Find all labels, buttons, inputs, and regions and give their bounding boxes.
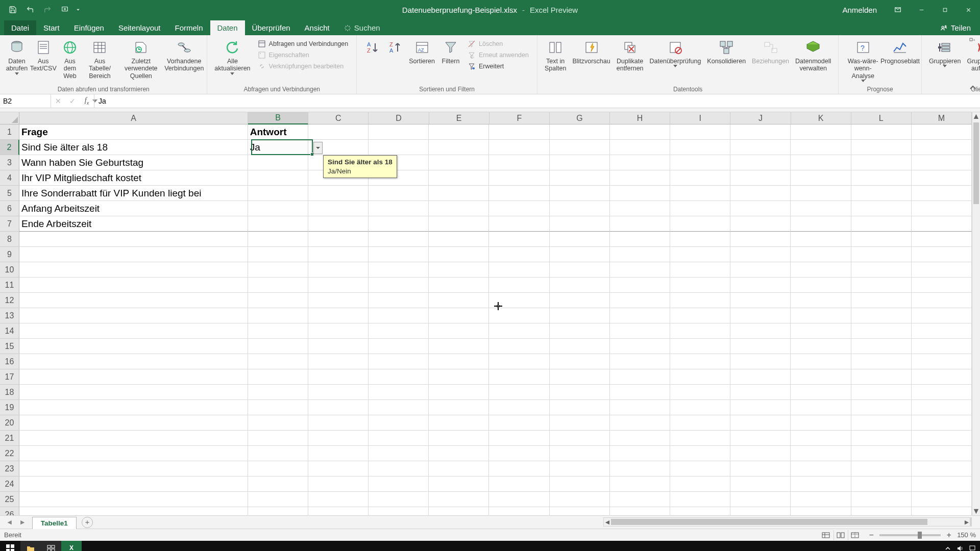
cell[interactable] bbox=[670, 186, 730, 201]
cell[interactable] bbox=[912, 323, 972, 339]
cell[interactable] bbox=[670, 293, 730, 308]
cell[interactable] bbox=[248, 170, 308, 186]
cell[interactable] bbox=[308, 369, 369, 385]
row-header[interactable]: 23 bbox=[0, 461, 19, 477]
tell-me-search[interactable]: Suchen bbox=[337, 20, 387, 35]
cell[interactable] bbox=[791, 385, 851, 400]
cell[interactable] bbox=[429, 339, 489, 354]
cell[interactable] bbox=[851, 262, 912, 278]
cell[interactable] bbox=[791, 415, 851, 431]
cell[interactable] bbox=[670, 339, 730, 354]
cell[interactable] bbox=[912, 201, 972, 216]
cell[interactable] bbox=[19, 400, 248, 415]
cell[interactable] bbox=[912, 247, 972, 262]
cell[interactable] bbox=[730, 186, 791, 201]
cell[interactable] bbox=[550, 385, 610, 400]
cell[interactable] bbox=[610, 431, 670, 446]
cell[interactable] bbox=[369, 140, 429, 155]
column-header[interactable]: E bbox=[429, 112, 489, 124]
cell[interactable] bbox=[369, 201, 429, 216]
column-header[interactable]: F bbox=[489, 112, 550, 124]
cell[interactable] bbox=[429, 124, 489, 140]
cell[interactable] bbox=[610, 278, 670, 293]
cell[interactable] bbox=[912, 155, 972, 170]
cell[interactable] bbox=[429, 170, 489, 186]
cell[interactable] bbox=[610, 232, 670, 247]
sort-za-button[interactable]: ZA bbox=[383, 37, 406, 59]
cell[interactable] bbox=[489, 323, 549, 339]
cell[interactable] bbox=[670, 155, 730, 170]
sort-button[interactable]: AZSortieren bbox=[406, 37, 438, 66]
cell[interactable] bbox=[912, 477, 972, 492]
cell[interactable] bbox=[791, 262, 851, 278]
row-header[interactable]: 4 bbox=[0, 170, 19, 186]
task-view-icon[interactable] bbox=[41, 541, 61, 551]
cell[interactable] bbox=[730, 461, 791, 477]
cell[interactable] bbox=[248, 323, 308, 339]
cell[interactable] bbox=[730, 415, 791, 431]
cell[interactable] bbox=[19, 461, 248, 477]
cell[interactable] bbox=[851, 354, 912, 369]
cell[interactable] bbox=[912, 278, 972, 293]
cell[interactable]: Ende Arbeitszeit bbox=[19, 216, 248, 232]
cell[interactable] bbox=[19, 354, 248, 369]
cell[interactable] bbox=[248, 431, 308, 446]
collapse-ribbon-icon[interactable] bbox=[969, 84, 977, 92]
cell[interactable] bbox=[550, 415, 610, 431]
row-header[interactable]: 14 bbox=[0, 323, 19, 339]
consolidate-button[interactable]: Konsolidieren bbox=[704, 37, 749, 66]
minimize-icon[interactable] bbox=[910, 0, 933, 19]
cell[interactable] bbox=[851, 124, 912, 140]
cell[interactable] bbox=[550, 155, 610, 170]
column-header[interactable]: H bbox=[610, 112, 670, 124]
column-header[interactable]: K bbox=[791, 112, 851, 124]
cell[interactable] bbox=[19, 431, 248, 446]
view-page-break-icon[interactable] bbox=[848, 530, 861, 540]
cell[interactable] bbox=[308, 232, 369, 247]
cell[interactable] bbox=[550, 461, 610, 477]
cell[interactable] bbox=[429, 354, 489, 369]
row-header[interactable]: 21 bbox=[0, 431, 19, 446]
cell[interactable] bbox=[670, 278, 730, 293]
cell[interactable] bbox=[489, 461, 549, 477]
row-header[interactable]: 17 bbox=[0, 369, 19, 385]
horizontal-scroll-thumb[interactable] bbox=[611, 519, 927, 525]
view-normal-icon[interactable] bbox=[819, 530, 832, 540]
cell[interactable] bbox=[550, 262, 610, 278]
cell[interactable] bbox=[308, 278, 369, 293]
cell[interactable] bbox=[670, 400, 730, 415]
tab-view[interactable]: Ansicht bbox=[298, 20, 337, 35]
cell[interactable] bbox=[730, 293, 791, 308]
cell[interactable] bbox=[851, 446, 912, 461]
zoom-slider[interactable] bbox=[879, 534, 941, 536]
cell[interactable] bbox=[248, 155, 308, 170]
cell[interactable] bbox=[912, 431, 972, 446]
cell[interactable] bbox=[670, 385, 730, 400]
cell[interactable] bbox=[248, 232, 308, 247]
cell[interactable] bbox=[912, 492, 972, 507]
row-header[interactable]: 20 bbox=[0, 415, 19, 431]
reapply-filter-button[interactable]: Erneut anwenden bbox=[465, 49, 531, 61]
cell[interactable] bbox=[550, 247, 610, 262]
cell[interactable] bbox=[550, 293, 610, 308]
cell[interactable] bbox=[429, 400, 489, 415]
formula-enter-icon[interactable]: ✓ bbox=[65, 94, 80, 108]
cell[interactable] bbox=[308, 201, 369, 216]
cell[interactable] bbox=[730, 247, 791, 262]
what-if-analysis-button[interactable]: ?Was-wäre-wenn-Analyse bbox=[843, 37, 883, 83]
horizontal-scrollbar[interactable]: ◄ ► bbox=[603, 517, 971, 527]
cell[interactable] bbox=[248, 201, 308, 216]
cell[interactable] bbox=[308, 247, 369, 262]
flash-fill-button[interactable]: Blitzvorschau bbox=[569, 37, 613, 66]
cell[interactable] bbox=[248, 415, 308, 431]
cell[interactable] bbox=[489, 278, 549, 293]
cell[interactable] bbox=[550, 446, 610, 461]
cell[interactable] bbox=[550, 170, 610, 186]
cell[interactable] bbox=[550, 124, 610, 140]
cell[interactable] bbox=[369, 308, 429, 323]
cell[interactable] bbox=[248, 308, 308, 323]
cell[interactable] bbox=[670, 216, 730, 232]
cell[interactable] bbox=[550, 140, 610, 155]
cell[interactable] bbox=[912, 124, 972, 140]
cell[interactable] bbox=[851, 431, 912, 446]
